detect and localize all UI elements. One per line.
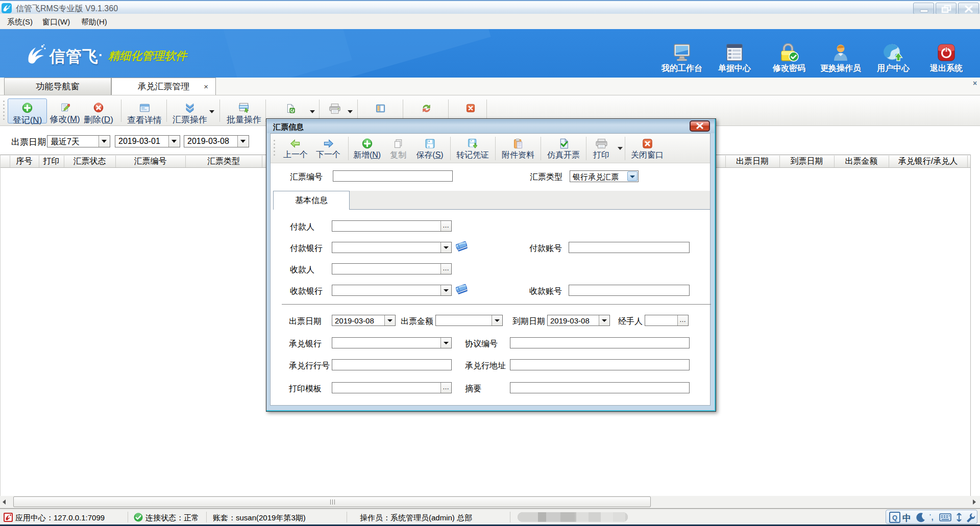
svg-text:Q: Q xyxy=(892,514,897,521)
